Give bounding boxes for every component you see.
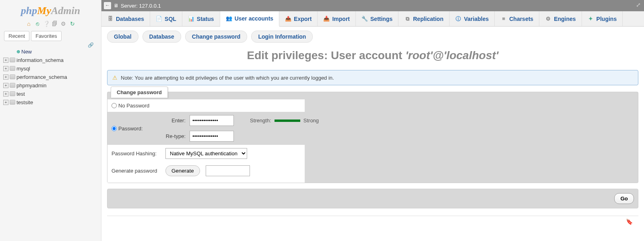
expand-icon[interactable]: + <box>3 58 8 63</box>
tree-item[interactable]: +performance_schema <box>3 73 99 81</box>
tab-sql[interactable]: 📄SQL <box>150 11 182 26</box>
hashing-label: Password Hashing: <box>111 150 160 157</box>
tree-item-label: information_schema <box>17 57 64 63</box>
heading-prefix: Edit privileges: User account <box>247 49 406 62</box>
import-icon: 📥 <box>323 16 330 22</box>
divider <box>107 216 638 216</box>
tab-label: Engines <box>554 16 576 22</box>
sub-nav: GlobalDatabaseChange passwordLogin Infor… <box>101 27 644 47</box>
tree-item[interactable]: +phpmyadmin <box>3 81 99 90</box>
database-icon <box>10 66 15 71</box>
strength-value: Strong <box>303 117 319 124</box>
main: ← 🖥 Server: 127.0.0.1 ⤢ 🗄Databases📄SQL📊S… <box>101 0 644 241</box>
tab-replication[interactable]: ⧉Replication <box>398 11 449 26</box>
server-icon: 🖥 <box>114 3 118 8</box>
notice-text: Note: You are attempting to edit privile… <box>121 75 334 81</box>
fieldset-legend: Change password <box>111 87 168 98</box>
tree-item-label: testsite <box>17 99 33 105</box>
no-password-option[interactable]: No Password <box>111 103 160 109</box>
strength-label: Strength: <box>250 117 271 124</box>
password-retype-input[interactable] <box>190 131 234 142</box>
expand-icon[interactable]: + <box>3 100 8 105</box>
home-icon[interactable]: ⌂ <box>25 21 32 27</box>
tree-item[interactable]: +testsite <box>3 98 99 107</box>
notice: ⚠ Note: You are attempting to edit privi… <box>107 70 638 85</box>
subnav-change-password[interactable]: Change password <box>185 31 248 43</box>
top-nav: 🗄Databases📄SQL📊Status👥User accounts📤Expo… <box>101 11 644 27</box>
enter-label: Enter: <box>165 117 190 124</box>
sidebar: phpMyAdmin ⌂ ⎋ ❔ 🗐 ⚙ ↻ Recent Favorites … <box>0 0 101 241</box>
variables-icon: ⓘ <box>455 16 462 22</box>
charsets-icon: ≡ <box>500 16 507 22</box>
tab-settings[interactable]: 🔧Settings <box>356 11 398 26</box>
db-tree: ⊕ New +information_schema+mysql+performa… <box>0 45 101 107</box>
tab-label: SQL <box>165 16 176 22</box>
tab-label: Export <box>294 16 312 22</box>
expand-icon[interactable]: + <box>3 91 8 97</box>
tree-new-label: New <box>21 49 32 55</box>
subnav-global[interactable]: Global <box>107 31 138 43</box>
logo[interactable]: phpMyAdmin <box>0 3 101 18</box>
user-accounts-icon: 👥 <box>226 15 232 22</box>
tab-label: Replication <box>413 16 443 22</box>
export-icon: 📤 <box>285 16 291 22</box>
settings-icon[interactable]: ⚙ <box>60 21 67 27</box>
tree-item[interactable]: +information_schema <box>3 56 99 64</box>
logo-part-admin: Admin <box>51 5 80 16</box>
replication-icon: ⧉ <box>404 16 411 22</box>
logout-icon[interactable]: ⎋ <box>34 21 41 27</box>
tab-label: Charsets <box>509 16 533 22</box>
tab-plugins[interactable]: ✦Plugins <box>582 11 623 26</box>
link-icon[interactable]: 🔗 <box>88 42 94 48</box>
strength-meter <box>275 119 300 122</box>
tree-item[interactable]: +mysql <box>3 64 99 73</box>
hashing-select[interactable]: Native MySQL authentication <box>165 148 247 159</box>
database-icon <box>10 83 15 88</box>
change-password-fieldset: Change password No Password Password: En… <box>107 92 638 183</box>
tab-import[interactable]: 📥Import <box>318 11 356 26</box>
go-button[interactable]: Go <box>614 193 634 204</box>
tab-variables[interactable]: ⓘVariables <box>450 11 495 26</box>
tab-status[interactable]: 📊Status <box>182 11 220 26</box>
tab-user-accounts[interactable]: 👥User accounts <box>220 11 279 27</box>
logo-part-php: php <box>21 5 37 16</box>
generate-button[interactable]: Generate <box>165 165 200 176</box>
quick-icons: ⌂ ⎋ ❔ 🗐 ⚙ ↻ <box>0 20 101 27</box>
back-icon[interactable]: ← <box>104 2 111 9</box>
database-icon <box>10 74 15 79</box>
expand-icon[interactable]: + <box>3 66 8 71</box>
no-password-label: No Password <box>118 103 149 109</box>
warning-icon: ⚠ <box>112 74 118 81</box>
sql-query-icon[interactable]: 🗐 <box>52 21 58 27</box>
tab-export[interactable]: 📤Export <box>279 11 318 26</box>
tab-engines[interactable]: ⚙Engines <box>539 11 582 26</box>
no-password-radio[interactable] <box>111 103 117 108</box>
favorites-tab[interactable]: Favorites <box>31 31 61 41</box>
server-label: Server: 127.0.0.1 <box>121 3 161 9</box>
tree-item[interactable]: +test <box>3 90 99 98</box>
subnav-login-information[interactable]: Login Information <box>251 31 313 43</box>
new-icon: ⊕ <box>17 49 20 54</box>
page-title: Edit privileges: User account 'root'@'lo… <box>101 47 644 70</box>
tree-item-label: performance_schema <box>17 74 67 80</box>
tab-label: Variables <box>464 16 489 22</box>
password-enter-input[interactable] <box>190 115 234 126</box>
tab-charsets[interactable]: ≡Charsets <box>495 11 539 26</box>
bookmark-icon[interactable]: 🔖 <box>626 218 633 225</box>
recent-tab[interactable]: Recent <box>4 31 29 41</box>
password-option[interactable]: Password: <box>111 126 160 132</box>
tab-databases[interactable]: 🗄Databases <box>101 11 150 26</box>
password-label: Password: <box>118 126 143 132</box>
password-radio[interactable] <box>111 126 117 131</box>
generated-password-input[interactable] <box>206 165 250 176</box>
subnav-database[interactable]: Database <box>142 31 181 43</box>
sql-icon: 📄 <box>156 16 162 22</box>
reload-icon[interactable]: ↻ <box>69 21 76 27</box>
logo-part-my: My <box>37 5 51 16</box>
expand-icon[interactable]: + <box>3 74 8 80</box>
tree-new[interactable]: ⊕ New <box>3 47 99 56</box>
collapse-icon[interactable]: ⤢ <box>636 2 641 8</box>
docs-icon[interactable]: ❔ <box>43 21 50 27</box>
database-icon <box>10 58 15 62</box>
expand-icon[interactable]: + <box>3 83 8 88</box>
